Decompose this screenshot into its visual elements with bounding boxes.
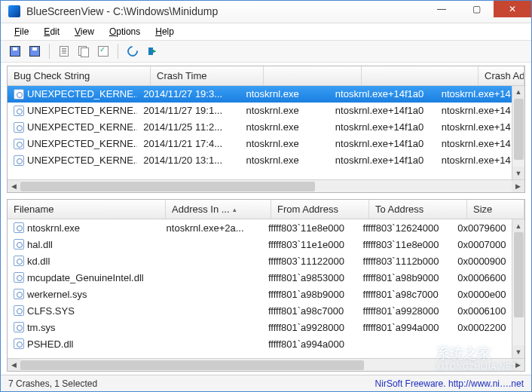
disk-icon bbox=[29, 46, 40, 57]
vertical-scrollbar[interactable]: ▲ ▼ bbox=[512, 219, 524, 358]
scroll-down-arrow[interactable]: ▼ bbox=[512, 345, 524, 358]
table-row[interactable]: hal.dllfffff803`11e1e000fffff803`11e8e00… bbox=[8, 236, 524, 253]
table-row[interactable]: werkernel.sysfffff801`a98b9000fffff801`a… bbox=[8, 286, 524, 302]
menu-help[interactable]: Help bbox=[149, 26, 180, 38]
status-credit: NirSoft Freeware. http://www.ni….net bbox=[375, 378, 524, 389]
dump-icon bbox=[14, 139, 24, 149]
table-row[interactable]: UNEXPECTED_KERNE...2014/11/27 19:1...nto… bbox=[8, 103, 524, 119]
save-button[interactable] bbox=[7, 43, 23, 60]
scroll-up-arrow[interactable]: ▲ bbox=[512, 219, 524, 232]
col-filename[interactable]: Filename bbox=[8, 200, 166, 219]
table-row[interactable]: UNEXPECTED_KERNE...2014/11/27 19:3...nto… bbox=[8, 86, 524, 103]
col-file[interactable] bbox=[264, 66, 362, 85]
col-size[interactable]: Size bbox=[467, 200, 524, 219]
table-row[interactable]: PSHED.dllfffff801`a994a000 bbox=[8, 335, 524, 352]
col-to-address[interactable]: To Address bbox=[369, 200, 467, 219]
dump-icon bbox=[14, 106, 24, 116]
menu-view[interactable]: View bbox=[69, 26, 100, 38]
report-button[interactable] bbox=[56, 43, 72, 60]
scroll-thumb[interactable] bbox=[514, 99, 524, 160]
doc-icon bbox=[60, 46, 69, 57]
module-icon bbox=[14, 322, 24, 332]
menu-edit[interactable]: Edit bbox=[38, 26, 66, 38]
table-row[interactable]: tm.sysfffff801`a9928000fffff801`a994a000… bbox=[8, 319, 524, 335]
credit-link[interactable]: http://www.ni….net bbox=[448, 378, 524, 389]
dump-icon bbox=[14, 155, 24, 166]
table-row[interactable]: mcupdate_GenuineIntel.dllfffff801`a98530… bbox=[8, 269, 524, 286]
module-icon bbox=[14, 289, 24, 299]
module-icon bbox=[14, 256, 24, 266]
window-titlebar: BlueScreenView - C:\Windows\Minidump — ▢… bbox=[1, 1, 531, 23]
scroll-thumb[interactable] bbox=[514, 232, 524, 317]
col-bug-check[interactable]: Bug Check String bbox=[8, 66, 151, 85]
copy-icon bbox=[78, 46, 89, 57]
scroll-down-arrow[interactable]: ▼ bbox=[512, 167, 524, 179]
scroll-up-arrow[interactable]: ▲ bbox=[512, 86, 524, 99]
disk-icon bbox=[10, 46, 20, 57]
scroll-left-arrow[interactable]: ◀ bbox=[8, 180, 20, 193]
col-from-address[interactable]: From Address bbox=[271, 200, 369, 219]
module-list-pane: Filename Address In ...▴ From Address To… bbox=[7, 199, 525, 372]
exit-icon bbox=[147, 46, 157, 57]
maximize-button[interactable]: ▢ bbox=[459, 1, 494, 17]
minimize-button[interactable]: — bbox=[424, 1, 459, 17]
vertical-scrollbar[interactable]: ▲ ▼ bbox=[512, 86, 524, 179]
props-icon bbox=[98, 46, 109, 57]
crash-list-header: Bug Check String Crash Time Crash Addres… bbox=[8, 66, 524, 86]
module-icon bbox=[14, 305, 24, 316]
toolbar-separator bbox=[118, 44, 118, 59]
crash-list-body[interactable]: UNEXPECTED_KERNE...2014/11/27 19:3...nto… bbox=[8, 86, 524, 179]
menu-bar: File Edit View Options Help bbox=[1, 23, 531, 40]
table-row[interactable]: ntoskrnl.exentoskrnl.exe+2a...fffff803`1… bbox=[8, 219, 524, 236]
col-address-in-stack[interactable]: Address In ...▴ bbox=[166, 200, 271, 219]
dump-icon bbox=[14, 122, 24, 133]
crash-list-pane: Bug Check String Crash Time Crash Addres… bbox=[7, 66, 525, 193]
scroll-thumb[interactable] bbox=[20, 360, 364, 370]
module-icon bbox=[14, 222, 24, 233]
refresh-icon bbox=[125, 44, 140, 59]
status-bar: 7 Crashes, 1 Selected NirSoft Freeware. … bbox=[1, 375, 531, 391]
col-crash-time[interactable]: Crash Time bbox=[151, 66, 264, 85]
module-icon bbox=[14, 272, 24, 283]
table-row[interactable]: UNEXPECTED_KERNE...2014/11/25 11:2...nto… bbox=[8, 119, 524, 136]
horizontal-scrollbar[interactable]: ◀ ▶ bbox=[8, 358, 524, 371]
horizontal-scrollbar[interactable]: ◀ ▶ bbox=[8, 179, 524, 192]
scroll-right-arrow[interactable]: ▶ bbox=[512, 180, 524, 193]
module-list-header: Filename Address In ...▴ From Address To… bbox=[8, 200, 524, 219]
scroll-left-arrow[interactable]: ◀ bbox=[8, 359, 20, 372]
col-crash-address[interactable]: Crash Address bbox=[478, 66, 524, 85]
menu-options[interactable]: Options bbox=[103, 26, 146, 38]
table-row[interactable]: UNEXPECTED_KERNE...2014/11/20 13:1...nto… bbox=[8, 152, 524, 169]
refresh-button[interactable] bbox=[124, 43, 141, 60]
scroll-right-arrow[interactable]: ▶ bbox=[512, 359, 524, 372]
table-row[interactable]: kd.dllfffff803`11122000fffff803`1112b000… bbox=[8, 253, 524, 269]
sort-indicator-icon: ▴ bbox=[233, 206, 237, 213]
save-button-alt[interactable] bbox=[26, 43, 43, 60]
table-row[interactable]: UNEXPECTED_KERNE...2014/11/21 17:4...nto… bbox=[8, 136, 524, 152]
status-text: 7 Crashes, 1 Selected bbox=[8, 378, 97, 389]
close-button[interactable]: ✕ bbox=[494, 1, 531, 17]
dump-icon bbox=[14, 89, 24, 100]
toolbar bbox=[1, 40, 531, 63]
module-icon bbox=[14, 239, 24, 250]
exit-button[interactable] bbox=[144, 43, 161, 60]
app-icon bbox=[8, 5, 20, 17]
properties-button[interactable] bbox=[95, 43, 112, 60]
scroll-thumb[interactable] bbox=[20, 182, 315, 191]
copy-button[interactable] bbox=[75, 43, 92, 60]
table-row[interactable]: CLFS.SYSfffff801`a98c7000fffff801`a99280… bbox=[8, 302, 524, 319]
col-caused-by[interactable] bbox=[362, 66, 478, 85]
toolbar-separator bbox=[49, 44, 50, 59]
menu-file[interactable]: File bbox=[8, 26, 35, 38]
module-list-body[interactable]: ntoskrnl.exentoskrnl.exe+2a...fffff803`1… bbox=[8, 219, 524, 358]
window-title: BlueScreenView - C:\Windows\Minidump bbox=[26, 5, 218, 17]
module-icon bbox=[14, 338, 24, 349]
